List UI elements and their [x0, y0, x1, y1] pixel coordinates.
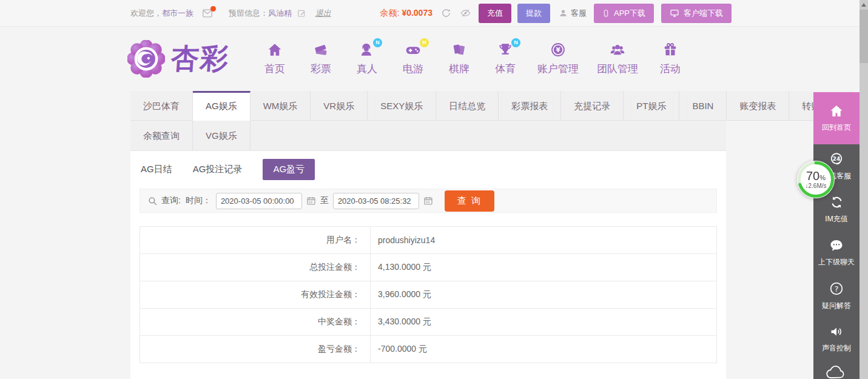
flower-emblem-icon — [127, 40, 165, 78]
home-icon — [829, 104, 844, 118]
report-value: 3,430.0000 元 — [371, 309, 716, 335]
sidebar-item-sound-control[interactable]: 声音控制 — [813, 318, 860, 361]
report-value: produshiyizu14 — [371, 227, 716, 253]
report-label: 用户名： — [140, 227, 371, 253]
brand-name: 杏彩 — [170, 40, 230, 78]
logout-link[interactable]: 退出 — [315, 8, 331, 19]
sidebar-item-chat[interactable]: 上下级聊天 — [813, 231, 860, 274]
sidebar-item-label: IM充值 — [825, 214, 847, 224]
tab-deposit-withdraw-records[interactable]: 充提记录 — [561, 91, 624, 121]
withdraw-button[interactable]: 提款 — [517, 4, 550, 23]
client-download-button[interactable]: 客户端下载 — [661, 4, 732, 23]
nav-home[interactable]: 首页 — [261, 42, 289, 76]
site-header: 杏彩 首页 彩票 N 真人 H 电游 — [0, 27, 868, 91]
vertical-scrollbar[interactable] — [860, 0, 868, 379]
nav-sports[interactable]: N 体育 — [491, 42, 519, 76]
tab-balance-query[interactable]: 余额查询 — [130, 121, 193, 150]
balance-value: ¥0.0073 — [402, 8, 432, 18]
report-label: 总投注金额： — [140, 254, 371, 281]
nav-team-management[interactable]: 团队管理 — [597, 42, 638, 76]
brand-logo[interactable]: 杏彩 — [127, 40, 229, 78]
tab-row-1: 沙巴体育 AG娱乐 WM娱乐 VR娱乐 SEXY娱乐 日结总览 彩票报表 充提记… — [130, 91, 726, 121]
tab-vr[interactable]: VR娱乐 — [311, 91, 368, 121]
end-date-input[interactable] — [333, 193, 419, 209]
team-icon — [609, 42, 626, 58]
main-content: 沙巴体育 AG娱乐 WM娱乐 VR娱乐 SEXY娱乐 日结总览 彩票报表 充提记… — [130, 91, 726, 379]
sound-icon — [829, 324, 844, 339]
query-submit-button[interactable]: 查 询 — [445, 190, 494, 212]
recharge-button[interactable]: 充值 — [479, 4, 511, 23]
mail-icon[interactable] — [202, 8, 213, 18]
sidebar-item-label: 声音控制 — [822, 343, 851, 354]
badge-n: N — [373, 38, 382, 47]
scrollbar-thumb[interactable] — [860, 10, 868, 63]
gamepad-icon: H — [405, 42, 422, 58]
subtab-ag-bet-records[interactable]: AG投注记录 — [193, 164, 243, 175]
edit-icon[interactable] — [297, 9, 306, 18]
nav-lottery[interactable]: 彩票 — [307, 42, 335, 76]
app-download-label: APP下载 — [614, 8, 645, 19]
tab-sexy[interactable]: SEXY娱乐 — [368, 91, 436, 121]
ticket-icon — [313, 42, 329, 58]
tab-bbin[interactable]: BBIN — [679, 91, 727, 121]
tab-pt[interactable]: PT娱乐 — [624, 91, 679, 121]
cloud-icon[interactable] — [826, 363, 847, 379]
report-label: 有效投注金额： — [140, 281, 371, 308]
customer-service-link[interactable]: 客服 — [559, 8, 587, 19]
report-card: AG日结 AG投注记录 AG盈亏 查询: 时间： 至 查 询 用户名： — [130, 151, 726, 379]
progress-speed: ↓2.6M/s — [795, 183, 836, 189]
coin-icon: ¥ — [550, 42, 566, 58]
main-nav: 首页 彩票 N 真人 H 电游 棋牌 — [261, 42, 684, 76]
username: 都市一族 — [162, 8, 193, 19]
svg-text:?: ? — [835, 284, 839, 293]
sidebar-item-back-home[interactable]: 回到首页 — [813, 92, 860, 144]
tab-lottery-report[interactable]: 彩票报表 — [499, 91, 561, 121]
nav-chess-cards[interactable]: 棋牌 — [445, 42, 473, 76]
sidebar-item-faq[interactable]: ? 疑问解答 — [813, 274, 860, 317]
eye-slash-icon[interactable] — [460, 8, 471, 18]
calendar-icon[interactable] — [423, 196, 433, 206]
app-download-button[interactable]: APP下载 — [594, 4, 654, 23]
quick-sidebar: 回到首页 24 在线客服 IM充值 上下级聊天 ? 疑问解答 声音控制 — [813, 92, 860, 379]
subtab-ag-daily[interactable]: AG日结 — [141, 164, 172, 175]
home-icon — [267, 42, 283, 58]
tab-saba-sports[interactable]: 沙巴体育 — [130, 91, 193, 121]
table-row: 有效投注金额： 3,960.0000 元 — [140, 281, 716, 309]
badge-h: H — [420, 38, 429, 47]
search-icon — [147, 196, 158, 206]
reserved-value: 风油精 — [268, 8, 292, 18]
topbar: 欢迎您， 都市一族 预留信息：风油精 退出 余额:¥0.0073 充值 提款 客… — [0, 0, 868, 27]
nav-live-casino[interactable]: N 真人 — [353, 42, 381, 76]
report-value: 3,960.0000 元 — [371, 281, 716, 308]
scroll-up-arrow-icon[interactable] — [861, 3, 866, 7]
report-label: 中奖金额： — [140, 309, 371, 335]
tab-daily-summary[interactable]: 日结总览 — [436, 91, 499, 121]
phone-icon — [602, 8, 610, 18]
subtab-ag-profit-loss[interactable]: AG盈亏 — [263, 159, 315, 180]
download-progress-widget[interactable]: 70% ↓2.6M/s — [795, 159, 836, 200]
ag-subtabs: AG日结 AG投注记录 AG盈亏 — [141, 159, 726, 179]
table-row: 盈亏金额： -700.0000 元 — [140, 336, 716, 363]
nav-egames[interactable]: H 电游 — [399, 42, 427, 76]
calendar-icon[interactable] — [306, 196, 316, 206]
refresh-icon[interactable] — [441, 8, 451, 18]
trophy-icon: N — [497, 42, 513, 58]
progress-percent: 70% — [795, 169, 836, 183]
start-date-input[interactable] — [216, 193, 302, 209]
tab-vg[interactable]: VG娱乐 — [193, 121, 251, 150]
query-label: 查询: — [161, 195, 181, 206]
nav-account-management[interactable]: ¥ 账户管理 — [537, 42, 579, 76]
gift-icon — [662, 42, 678, 58]
welcome-text: 欢迎您， — [130, 8, 162, 19]
nav-activities[interactable]: 活动 — [656, 42, 684, 76]
report-label: 盈亏金额： — [140, 336, 371, 363]
time-label: 时间： — [186, 195, 211, 206]
to-label: 至 — [320, 195, 329, 206]
tab-account-change-report[interactable]: 账变报表 — [727, 91, 789, 121]
tab-ag[interactable]: AG娱乐 — [193, 91, 251, 121]
chat-icon — [829, 238, 844, 253]
sidebar-item-label: 回到首页 — [822, 122, 851, 133]
live-person-icon: N — [359, 42, 375, 58]
tab-wm[interactable]: WM娱乐 — [251, 91, 311, 121]
badge-n: N — [511, 38, 520, 47]
